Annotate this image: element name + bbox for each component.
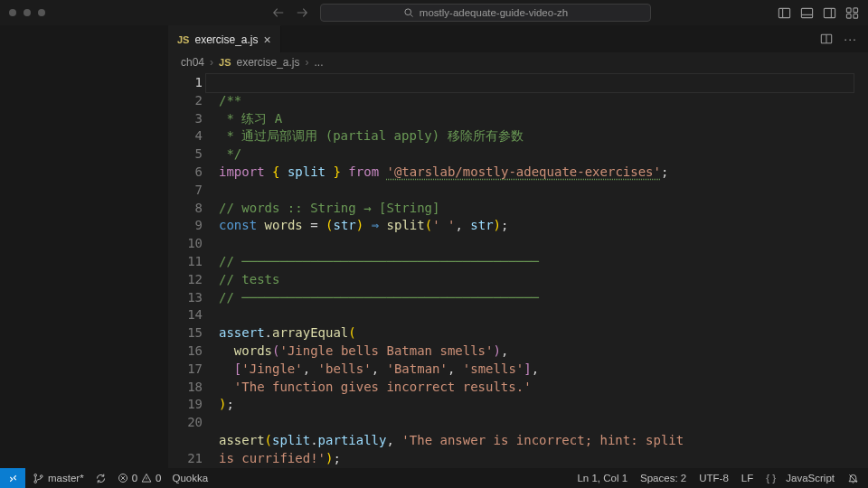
svg-rect-3: [824, 8, 835, 17]
bell-icon: [847, 473, 859, 484]
status-bar: master* 0 0 Quokka Ln 1, Col 1 Spaces: 2…: [0, 468, 868, 488]
chevron-right-icon: ›: [306, 56, 309, 69]
toggle-sidebar-right-icon[interactable]: [823, 6, 836, 20]
svg-rect-2: [801, 8, 812, 17]
source-control-branch[interactable]: master*: [33, 473, 84, 484]
breadcrumbs[interactable]: ch04 › JS exercise_a.js › ...: [168, 52, 868, 72]
crumb-file[interactable]: exercise_a.js: [237, 56, 300, 69]
nav-back[interactable]: [271, 5, 286, 20]
js-file-icon: JS: [219, 57, 231, 68]
svg-rect-4: [846, 7, 851, 12]
notifications-button[interactable]: [847, 473, 859, 484]
tab-close-icon[interactable]: ×: [264, 33, 271, 46]
editor-window: mostly-adequate-guide-video-zh JS exerci…: [0, 0, 868, 488]
chevron-right-icon: ›: [210, 56, 213, 69]
eol[interactable]: LF: [741, 473, 753, 483]
svg-point-11: [40, 474, 42, 477]
quokka-status[interactable]: Quokka: [172, 473, 208, 483]
toggle-panel-icon[interactable]: [800, 6, 814, 20]
crumb-folder[interactable]: ch04: [181, 56, 204, 69]
tab-label: exercise_a.js: [194, 33, 258, 46]
indentation[interactable]: Spaces: 2: [640, 473, 686, 483]
editor-body[interactable]: 1234567891011121314151617181920 21 /** *…: [168, 72, 868, 468]
minimap[interactable]: [861, 72, 868, 468]
crumb-symbol[interactable]: ...: [315, 56, 324, 69]
layout-controls: [778, 6, 859, 20]
code-content[interactable]: /** * 练习 A * 通过局部调用 (partial apply) 移除所有…: [206, 72, 861, 468]
search-icon: [403, 7, 414, 18]
svg-point-0: [405, 9, 411, 15]
warning-icon: [141, 473, 152, 483]
tab-bar: JS exercise_a.js × ···: [168, 25, 868, 52]
sync-icon: [95, 473, 107, 484]
problems-button[interactable]: 0 0: [118, 473, 162, 483]
line-gutter: 1234567891011121314151617181920 21: [181, 72, 206, 468]
svg-rect-1: [778, 8, 789, 17]
sync-button[interactable]: [95, 473, 107, 484]
maximize-window[interactable]: [38, 9, 45, 16]
window-controls: [0, 9, 45, 16]
split-editor-icon[interactable]: [820, 33, 833, 45]
language-mode[interactable]: { } JavaScript: [766, 473, 835, 483]
nav-forward[interactable]: [295, 5, 309, 20]
svg-rect-7: [854, 14, 858, 18]
cursor-position[interactable]: Ln 1, Col 1: [577, 473, 627, 483]
command-center-text: mostly-adequate-guide-video-zh: [420, 7, 568, 18]
more-actions-icon[interactable]: ···: [844, 32, 857, 46]
svg-point-10: [34, 480, 37, 483]
toggle-sidebar-left-icon[interactable]: [778, 6, 791, 20]
left-rail: [0, 25, 168, 468]
branch-icon: [33, 473, 44, 484]
svg-rect-6: [846, 14, 851, 18]
customize-layout-icon[interactable]: [845, 6, 859, 20]
js-file-icon: JS: [177, 34, 189, 45]
command-center[interactable]: mostly-adequate-guide-video-zh: [320, 4, 651, 22]
encoding[interactable]: UTF-8: [699, 473, 729, 483]
remote-button[interactable]: [0, 468, 25, 488]
minimize-window[interactable]: [24, 9, 31, 16]
titlebar: mostly-adequate-guide-video-zh: [0, 0, 868, 25]
close-window[interactable]: [9, 9, 16, 16]
svg-rect-5: [854, 7, 858, 12]
tab-exercise-a[interactable]: JS exercise_a.js ×: [168, 25, 281, 52]
svg-point-9: [34, 474, 37, 476]
error-icon: [118, 473, 128, 483]
